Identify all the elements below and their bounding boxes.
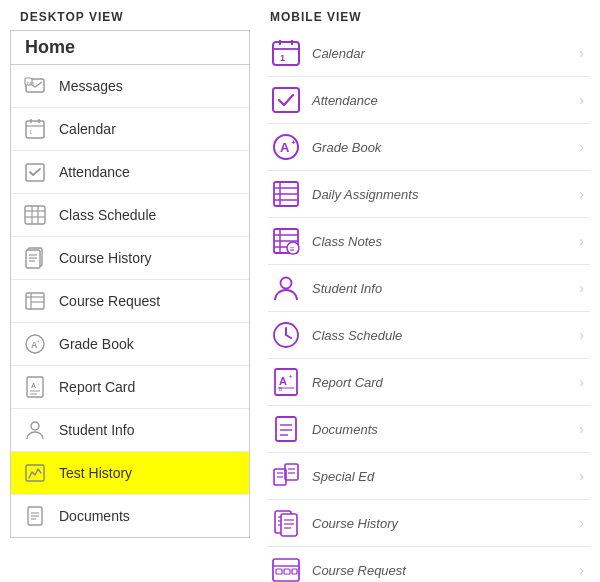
mobile-item-class-notes-label: Class Notes [312,234,575,249]
class-schedule-icon-desktop [21,201,49,229]
course-history-arrow: › [579,515,584,531]
desktop-view-label: DESKTOP VIEW [10,10,250,24]
desktop-item-report-card[interactable]: A + Report Card [11,366,249,409]
mobile-item-daily-assignments-label: Daily Assignments [312,187,575,202]
svg-text:hm: hm [27,80,34,86]
mobile-item-calendar[interactable]: 1 Calendar › [268,30,590,77]
desktop-item-attendance-label: Attendance [59,164,130,180]
svg-rect-88 [284,569,290,574]
desktop-item-grade-book[interactable]: A + Grade Book [11,323,249,366]
mobile-item-grade-book[interactable]: A + Grade Book › [268,124,590,171]
desktop-item-report-card-label: Report Card [59,379,135,395]
desktop-column: Home hm Messages [10,30,250,538]
svg-rect-37 [273,42,299,65]
desktop-item-documents-label: Documents [59,508,130,524]
mobile-item-report-card[interactable]: A + B Report Card › [268,359,590,406]
mobile-item-class-schedule[interactable]: Class Schedule › [268,312,590,359]
svg-text:+: + [289,373,293,379]
svg-rect-42 [273,88,299,112]
mobile-item-daily-assignments[interactable]: Daily Assignments › [268,171,590,218]
desktop-item-course-history[interactable]: Course History [11,237,249,280]
calendar-icon-mobile: 1 [270,37,302,69]
desktop-item-student-info[interactable]: Student Info [11,409,249,452]
mobile-item-calendar-label: Calendar [312,46,575,61]
svg-rect-67 [276,417,296,441]
daily-assignments-arrow: › [579,186,584,202]
mobile-item-special-ed[interactable]: Special Ed › [268,453,590,500]
class-notes-icon-mobile: ≡ [270,225,302,257]
desktop-item-messages[interactable]: hm Messages [11,65,249,108]
student-info-icon-desktop [21,416,49,444]
svg-rect-87 [276,569,282,574]
desktop-item-attendance[interactable]: Attendance [11,151,249,194]
svg-rect-9 [25,206,45,224]
desktop-item-documents[interactable]: Documents [11,495,249,537]
calendar-arrow: › [579,45,584,61]
mobile-item-grade-book-label: Grade Book [312,140,575,155]
svg-line-61 [286,335,291,338]
mobile-item-documents[interactable]: Documents › [268,406,590,453]
mobile-item-course-request[interactable]: Course Request › [268,547,590,582]
student-info-icon-mobile [270,272,302,304]
svg-rect-85 [273,559,299,581]
desktop-item-class-schedule[interactable]: Class Schedule [11,194,249,237]
messages-icon: hm [21,72,49,100]
documents-icon-mobile [270,413,302,445]
mobile-item-course-request-label: Course Request [312,563,575,578]
desktop-item-course-request[interactable]: Course Request [11,280,249,323]
calendar-icon-desktop: 1 [21,115,49,143]
course-request-arrow: › [579,562,584,578]
section-headers: DESKTOP VIEW MOBILE VIEW [10,10,590,24]
grade-book-icon-desktop: A + [21,330,49,358]
desktop-item-calendar[interactable]: 1 Calendar [11,108,249,151]
documents-icon-desktop [21,502,49,530]
mobile-item-class-notes[interactable]: ≡ Class Notes › [268,218,590,265]
course-request-icon-mobile [270,554,302,582]
mobile-item-documents-label: Documents [312,422,575,437]
test-history-icon-desktop [21,459,49,487]
desktop-item-course-request-label: Course Request [59,293,160,309]
home-label: Home [10,30,250,64]
course-history-icon-mobile [270,507,302,539]
mobile-item-attendance-label: Attendance [312,93,575,108]
desktop-item-grade-book-label: Grade Book [59,336,134,352]
desktop-item-course-history-label: Course History [59,250,152,266]
desktop-item-class-schedule-label: Class Schedule [59,207,156,223]
mobile-item-attendance[interactable]: Attendance › [268,77,590,124]
desktop-item-test-history-label: Test History [59,465,132,481]
mobile-view-label: MOBILE VIEW [250,10,590,24]
svg-text:A: A [31,382,36,389]
mobile-item-course-history-label: Course History [312,516,575,531]
svg-point-31 [31,422,39,430]
daily-assignments-icon-mobile [270,178,302,210]
svg-point-58 [281,278,292,289]
svg-text:1: 1 [280,53,285,63]
desktop-item-test-history[interactable]: Test History [11,452,249,495]
mobile-item-course-history[interactable]: Course History › [268,500,590,547]
mobile-column: 1 Calendar › Attendance › A [250,30,590,582]
mobile-item-student-info[interactable]: Student Info › [268,265,590,312]
student-info-arrow: › [579,280,584,296]
mobile-item-student-info-label: Student Info [312,281,575,296]
special-ed-icon-mobile [270,460,302,492]
svg-text:+: + [291,138,296,147]
desktop-menu: hm Messages 1 Calendar [10,64,250,538]
report-card-arrow: › [579,374,584,390]
mobile-item-report-card-label: Report Card [312,375,575,390]
svg-text:A: A [280,140,290,155]
grade-book-arrow: › [579,139,584,155]
special-ed-arrow: › [579,468,584,484]
desktop-item-calendar-label: Calendar [59,121,116,137]
svg-text:≡: ≡ [290,245,295,254]
svg-rect-19 [26,293,44,309]
course-request-icon-desktop [21,287,49,315]
svg-rect-81 [281,514,297,536]
mobile-item-class-schedule-label: Class Schedule [312,328,575,343]
course-history-icon-desktop [21,244,49,272]
desktop-item-messages-label: Messages [59,78,123,94]
attendance-icon-desktop [21,158,49,186]
attendance-arrow: › [579,92,584,108]
svg-rect-15 [26,250,40,268]
svg-text:+: + [37,338,40,344]
report-card-icon-desktop: A + [21,373,49,401]
